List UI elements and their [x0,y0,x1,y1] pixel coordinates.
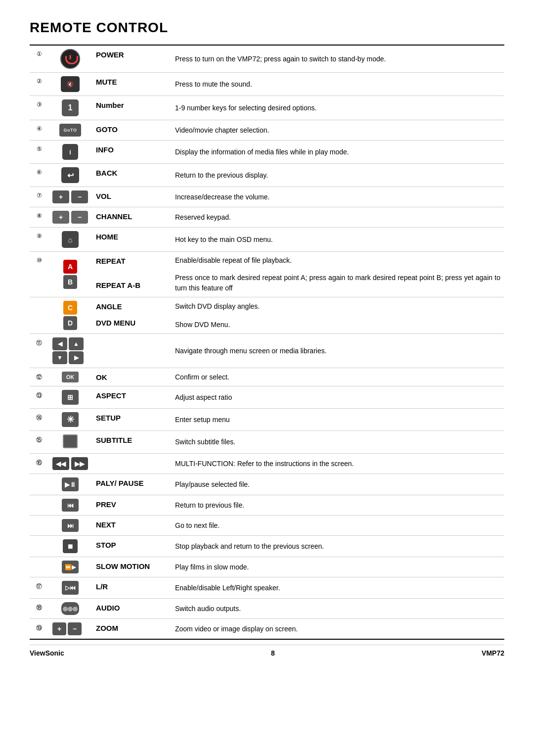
table-row: ⑯ ◀◀ ▶▶ MULTI-FUNCTION: Refer to the ins… [30,454,504,474]
row-number [30,557,48,577]
page-title: REMOTE CONTROL [30,20,504,36]
button-desc: Zoom video or image display on screen. [171,619,504,640]
row-number: ⑬ [30,386,48,409]
footer-page: 8 [271,649,275,657]
button-desc: Switch subtitle files. [171,431,504,454]
button-name: ASPECT [92,386,171,409]
button-name: SETUP [92,409,171,431]
row-number: ⑪ [30,334,48,368]
row-number: ⑫ [30,368,48,386]
table-row: ⑦ + − VOL Increase/decrease the volume. [30,187,504,207]
button-name: ZOOM [92,619,171,640]
button-icon: ⏭ [48,516,92,536]
button-desc: Display the information of media files w… [171,141,504,164]
button-desc: Switch DVD display angles. Show DVD Menu… [171,297,504,334]
table-row: ⑧ + − CHANNEL Reserved keypad. [30,207,504,228]
button-icon: ⏹ [48,536,92,557]
button-icon: + − [48,619,92,640]
row-number: ⑩ [30,252,48,297]
footer: ViewSonic 8 VMP72 [30,645,504,657]
table-row: ⑫ OK OK Confirm or select. [30,368,504,386]
button-name: REPEAT REPEAT A-B [92,252,171,297]
button-icon: C D [48,297,92,334]
button-name [92,334,171,368]
row-number: ⑯ [30,454,48,474]
row-number [30,297,48,334]
row-number [30,516,48,536]
footer-model: VMP72 [482,649,504,657]
row-number: ⑮ [30,431,48,454]
row-number: ⑨ [30,228,48,252]
row-number: ③ [30,96,48,120]
table-row: ⏩▶ SLOW MOTION Play films in slow mode. [30,557,504,577]
button-name [92,454,171,474]
button-desc: Press to turn on the VMP72; press again … [171,45,504,73]
button-name: AUDIO [92,599,171,619]
button-desc: Enable/disable Left/Right speaker. [171,577,504,599]
table-row: ⏮ PREV Return to previous file. [30,495,504,516]
button-desc: Return to previous file. [171,495,504,516]
table-row: ⑩ A B REPEAT REPEAT A-B Enable/disable r… [30,252,504,297]
button-desc: Confirm or select. [171,368,504,386]
button-name: BACK [92,164,171,187]
button-icon: 1 [48,96,92,120]
button-desc: Press to mute the sound. [171,73,504,96]
button-desc: Play films in slow mode. [171,557,504,577]
table-row: ⑭ ✳ SETUP Enter setup menu [30,409,504,431]
button-name: PREV [92,495,171,516]
button-name: SUBTITLE [92,431,171,454]
button-icon: ✳ [48,409,92,431]
row-number: ① [30,45,48,73]
button-icon: ▶⏸ [48,474,92,495]
table-row: ▶⏸ PALY/ PAUSE Play/pause selected file. [30,474,504,495]
button-icon: + − [48,207,92,228]
button-name: Number [92,96,171,120]
button-icon: 🔇 [48,73,92,96]
button-desc: Reserved keypad. [171,207,504,228]
row-number [30,536,48,557]
button-desc: Go to next file. [171,516,504,536]
table-row: ① POWER Press to turn on the VMP72; pres… [30,45,504,73]
button-icon [48,431,92,454]
button-icon: ⊞ [48,386,92,409]
footer-brand: ViewSonic [30,649,64,657]
row-number [30,474,48,495]
button-icon: A B [48,252,92,297]
button-desc: Increase/decrease the volume. [171,187,504,207]
button-name: CHANNEL [92,207,171,228]
button-icon: ◀ ▼ ▲ ▶ [48,334,92,368]
button-name: POWER [92,45,171,73]
table-row: ⑲ + − ZOOM Zoom video or image display o… [30,619,504,640]
button-desc: Stop playback and return to the previous… [171,536,504,557]
button-icon: + − [48,187,92,207]
table-row: ⑨ ⌂ HOME Hot key to the main OSD menu. [30,228,504,252]
remote-control-table: ① POWER Press to turn on the VMP72; pres… [30,45,504,640]
table-row: ③ 1 Number 1-9 number keys for selecting… [30,96,504,120]
table-row: ⑥ ↩ BACK Return to the previous display. [30,164,504,187]
row-number: ⑦ [30,187,48,207]
row-number: ⑧ [30,207,48,228]
row-number: ⑱ [30,599,48,619]
table-row: ⑪ ◀ ▼ ▲ ▶ Navigate through menu screen o… [30,334,504,368]
table-row: ⏹ STOP Stop playback and return to the p… [30,536,504,557]
button-icon: ⏮ [48,495,92,516]
row-number: ⑤ [30,141,48,164]
button-desc: 1-9 number keys for selecting desired op… [171,96,504,120]
button-desc: Adjust aspect ratio [171,386,504,409]
button-icon: ⏩▶ [48,557,92,577]
button-icon: GoTO [48,120,92,141]
button-icon: ◎◎◎ [48,599,92,619]
button-name: GOTO [92,120,171,141]
button-icon: ◀◀ ▶▶ [48,454,92,474]
button-name: MUTE [92,73,171,96]
button-desc: MULTI-FUNCTION: Refer to the instruction… [171,454,504,474]
button-desc: Switch audio outputs. [171,599,504,619]
button-icon: OK [48,368,92,386]
button-desc: Enter setup menu [171,409,504,431]
table-row: ⑰ ▷⏮ L/R Enable/disable Left/Right speak… [30,577,504,599]
button-icon: ▷⏮ [48,577,92,599]
button-name: OK [92,368,171,386]
row-number: ⑭ [30,409,48,431]
table-row: ④ GoTO GOTO Video/movie chapter selectio… [30,120,504,141]
button-name: L/R [92,577,171,599]
